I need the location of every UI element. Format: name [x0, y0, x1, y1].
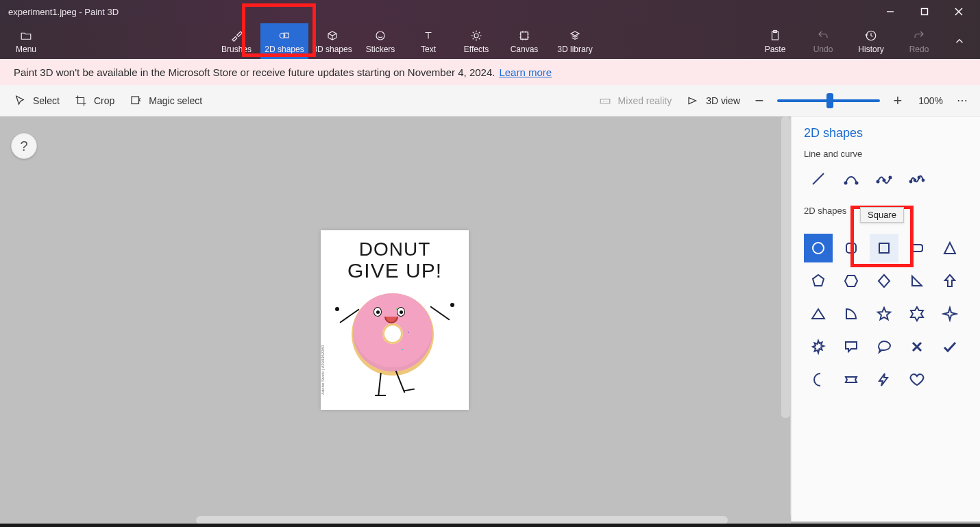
ribbon-2d-shapes[interactable]: 2D shapes: [260, 23, 308, 59]
ribbon-label: 3D shapes: [313, 45, 352, 54]
svg-point-19: [914, 180, 916, 182]
shape-quarter[interactable]: [837, 299, 866, 328]
art-text-2: GIVE UP!: [347, 259, 442, 282]
shape-heart[interactable]: [903, 365, 931, 394]
ribbon-label: Stickers: [366, 45, 395, 54]
mixed-reality-button: Mixed reality: [595, 92, 676, 110]
shape-curve-multi[interactable]: [903, 164, 931, 193]
shape-speech-rect[interactable]: [837, 332, 866, 361]
zoom-out-button[interactable]: −: [751, 92, 768, 110]
ribbon-label: Paste: [765, 45, 786, 54]
zoom-controls: − + 100% ⋯: [751, 92, 973, 110]
shape-star-6[interactable]: [903, 299, 931, 328]
taskbar-edge: [0, 524, 980, 527]
maximize-button[interactable]: [909, 0, 940, 23]
shape-check[interactable]: [935, 332, 964, 361]
collapse-ribbon-button[interactable]: [943, 23, 976, 59]
shape-burst[interactable]: [804, 332, 833, 361]
title-bar: experiment1.jpeg - Paint 3D: [0, 0, 980, 23]
history-button[interactable]: History: [847, 23, 895, 59]
shape-speech-round[interactable]: [870, 332, 898, 361]
shape-lightning[interactable]: [870, 365, 898, 394]
select-tool[interactable]: Select: [10, 92, 64, 110]
ribbon-effects[interactable]: Effects: [452, 23, 500, 59]
shape-arrow-up[interactable]: [935, 267, 964, 295]
ribbon-text[interactable]: Text: [404, 23, 452, 59]
svg-point-20: [918, 177, 920, 179]
svg-rect-1: [922, 9, 928, 15]
shapes-3d-icon: [326, 28, 339, 43]
vertical-scrollbar[interactable]: [781, 117, 790, 418]
shape-hexagon[interactable]: [837, 267, 866, 295]
undo-button[interactable]: Undo: [799, 23, 847, 59]
ribbon-label: Undo: [813, 45, 833, 54]
ribbon-label: Canvas: [511, 45, 539, 54]
svg-point-22: [813, 243, 824, 254]
zoom-slider-thumb[interactable]: [826, 93, 833, 108]
3d-view-button[interactable]: 3D view: [683, 92, 744, 110]
shape-star-4[interactable]: [935, 299, 964, 328]
shape-star-5[interactable]: [870, 299, 898, 328]
learn-more-link[interactable]: Learn more: [499, 66, 552, 78]
svg-rect-25: [911, 245, 922, 252]
zoom-slider[interactable]: [777, 99, 880, 102]
shape-banner[interactable]: [837, 365, 866, 394]
mixed-reality-icon: [599, 95, 611, 107]
shape-square[interactable]: [870, 234, 898, 262]
redo-button[interactable]: Redo: [895, 23, 943, 59]
shape-rounded-square[interactable]: [837, 234, 866, 262]
help-button[interactable]: ?: [11, 133, 37, 159]
shape-rounded-rect[interactable]: [903, 234, 931, 262]
ribbon-3d-library[interactable]: 3D library: [548, 23, 602, 59]
select-label: Select: [33, 95, 60, 106]
zoom-level: 100%: [916, 95, 943, 106]
redo-icon: [913, 28, 925, 43]
close-button[interactable]: [943, 0, 975, 23]
shape-triangle[interactable]: [935, 234, 964, 262]
svg-rect-8: [521, 32, 528, 40]
svg-point-15: [877, 181, 879, 183]
ribbon-label: Effects: [464, 45, 489, 54]
mixed-label: Mixed reality: [618, 95, 672, 106]
shape-pentagon[interactable]: [804, 267, 833, 295]
effects-icon: [470, 28, 482, 43]
ribbon-canvas[interactable]: Canvas: [500, 23, 548, 59]
ribbon-brushes[interactable]: Brushes: [212, 23, 260, 59]
zoom-in-button[interactable]: +: [890, 92, 906, 110]
canvas-area[interactable]: ? DONUT GIVE UP! Adobe Stock | #29935228…: [0, 117, 791, 522]
svg-point-6: [376, 32, 384, 40]
ribbon-3d-shapes[interactable]: 3D shapes: [308, 23, 356, 59]
notice-text: Paint 3D won't be available in the Micro…: [14, 66, 495, 78]
magic-select-tool[interactable]: Magic select: [125, 92, 206, 110]
panel-section-line: Line and curve: [804, 149, 970, 159]
magic-label: Magic select: [149, 95, 202, 106]
brush-icon: [230, 28, 243, 43]
shape-cross[interactable]: [903, 332, 931, 361]
ribbon-label: History: [858, 45, 883, 54]
minimize-button[interactable]: [874, 0, 906, 23]
panel-title: 2D shapes: [804, 126, 970, 140]
undo-icon: [817, 28, 829, 43]
svg-rect-23: [846, 243, 856, 253]
history-icon: [865, 28, 877, 43]
crop-icon: [75, 95, 87, 107]
more-options-button[interactable]: ⋯: [953, 94, 973, 107]
shape-right-triangle[interactable]: [903, 267, 931, 295]
canvas-image[interactable]: DONUT GIVE UP! Adobe Stock | #299352280: [321, 230, 469, 410]
ribbon-toolbar: Menu Brushes 2D shapes 3D shapes Sticker…: [0, 23, 980, 59]
shape-circle[interactable]: [804, 234, 833, 262]
line-shapes-grid: [804, 164, 970, 193]
shape-triangle-wide[interactable]: [804, 299, 833, 328]
shape-curve-2[interactable]: [837, 164, 866, 193]
shape-moon[interactable]: [804, 365, 833, 394]
svg-point-21: [922, 180, 924, 182]
shape-line[interactable]: [804, 164, 833, 193]
ribbon-stickers[interactable]: Stickers: [356, 23, 404, 59]
svg-point-16: [883, 180, 885, 182]
paste-button[interactable]: Paste: [751, 23, 799, 59]
canvas-icon: [518, 28, 530, 43]
shape-diamond[interactable]: [870, 267, 898, 295]
menu-button[interactable]: Menu: [4, 23, 48, 59]
crop-tool[interactable]: Crop: [71, 92, 119, 110]
shape-curve-3[interactable]: [870, 164, 898, 193]
